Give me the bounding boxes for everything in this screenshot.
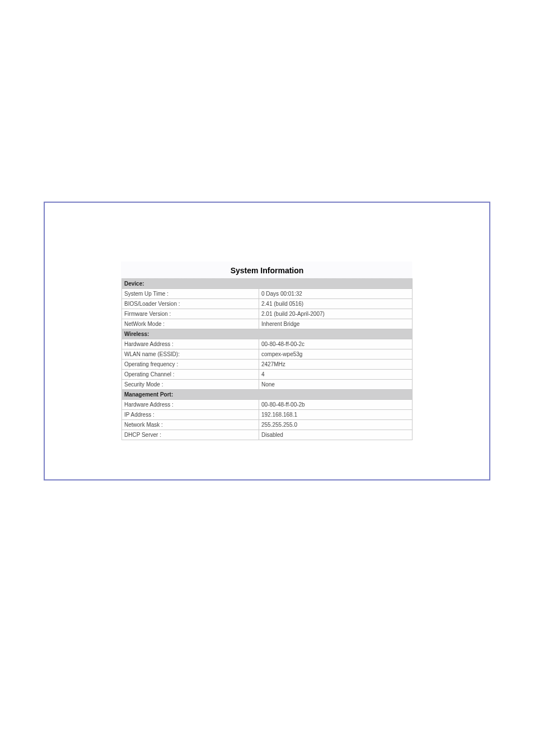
section-header: Device: [122, 279, 413, 289]
row-label: WLAN name (ESSID): [122, 349, 259, 360]
section-wireless: Wireless: [122, 329, 413, 339]
row-label: Security Mode : [122, 380, 259, 390]
row-label: BIOS/Loader Version : [122, 299, 259, 309]
table-row: Firmware Version : 2.01 (build 20-April-… [122, 309, 413, 319]
table-row: Operating frequency : 2427MHz [122, 360, 413, 370]
row-value: None [259, 380, 413, 390]
row-value: 00-80-48-ff-00-2b [259, 400, 413, 410]
table-row: WLAN name (ESSID): compex-wpe53g [122, 349, 413, 360]
row-label: Hardware Address : [122, 339, 259, 349]
table-row: Hardware Address : 00-80-48-ff-00-2b [122, 400, 413, 410]
section-header: Management Port: [122, 390, 413, 400]
table-row: Network Mask : 255.255.255.0 [122, 420, 413, 430]
section-device: Device: [122, 279, 413, 289]
row-value: 00-80-48-ff-00-2c [259, 339, 413, 349]
row-value: 2427MHz [259, 360, 413, 370]
row-value: 2.41 (build 0516) [259, 299, 413, 309]
row-value: Disabled [259, 430, 413, 440]
row-value: compex-wpe53g [259, 349, 413, 360]
row-value: 4 [259, 370, 413, 380]
table-row: IP Address : 192.168.168.1 [122, 410, 413, 420]
row-label: DHCP Server : [122, 430, 259, 440]
row-label: Operating Channel : [122, 370, 259, 380]
system-information-table: Device: System Up Time : 0 Days 00:01:32… [121, 278, 413, 440]
table-row: Hardware Address : 00-80-48-ff-00-2c [122, 339, 413, 349]
table-row: Security Mode : None [122, 380, 413, 390]
row-label: System Up Time : [122, 289, 259, 299]
section-management-port: Management Port: [122, 390, 413, 400]
row-label: Network Mask : [122, 420, 259, 430]
row-label: Operating frequency : [122, 360, 259, 370]
row-value: 0 Days 00:01:32 [259, 289, 413, 299]
row-value: 2.01 (build 20-April-2007) [259, 309, 413, 319]
outer-frame: System Information Device: System Up Tim… [44, 202, 490, 480]
row-label: NetWork Mode : [122, 319, 259, 329]
inner-area: System Information Device: System Up Tim… [50, 208, 484, 474]
row-value: Inherent Bridge [259, 319, 413, 329]
row-label: IP Address : [122, 410, 259, 420]
table-row: DHCP Server : Disabled [122, 430, 413, 440]
table-row: Operating Channel : 4 [122, 370, 413, 380]
row-value: 255.255.255.0 [259, 420, 413, 430]
row-label: Hardware Address : [122, 400, 259, 410]
row-label: Firmware Version : [122, 309, 259, 319]
table-row: BIOS/Loader Version : 2.41 (build 0516) [122, 299, 413, 309]
table-row: NetWork Mode : Inherent Bridge [122, 319, 413, 329]
row-value: 192.168.168.1 [259, 410, 413, 420]
section-header: Wireless: [122, 329, 413, 339]
table-row: System Up Time : 0 Days 00:01:32 [122, 289, 413, 299]
system-information-panel: System Information Device: System Up Tim… [121, 262, 413, 440]
page-title: System Information [121, 262, 413, 278]
